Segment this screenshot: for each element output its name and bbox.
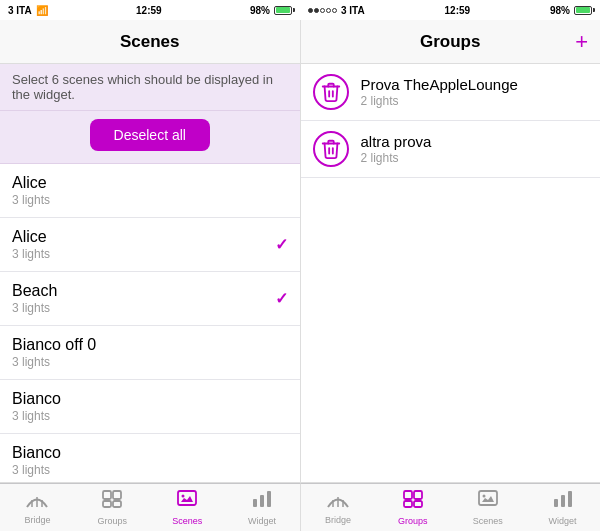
list-item[interactable]: Bianco off 0 3 lights (0, 326, 300, 380)
right-signal (308, 8, 337, 13)
left-battery-fill (276, 7, 290, 13)
scene-item-sub-3: 3 lights (12, 355, 96, 369)
right-tab-item-bridge[interactable]: Bridge (301, 484, 376, 531)
scene-item-name-1: Alice (12, 228, 50, 246)
group-item[interactable]: altra prova 2 lights (301, 121, 601, 178)
signal-dot-1 (308, 8, 313, 13)
scenes-icon (176, 489, 198, 509)
left-status-right: 98% (250, 5, 292, 16)
left-tab-bar: Bridge Groups Scenes Widget (0, 483, 301, 531)
signal-dot-5 (332, 8, 337, 13)
bridge-icon-r (327, 490, 349, 508)
list-item[interactable]: Bianco 3 lights (0, 380, 300, 434)
right-tab-label-3: Widget (549, 516, 577, 526)
svg-point-20 (482, 495, 485, 498)
left-tab-item-groups[interactable]: Groups (75, 484, 150, 531)
list-item[interactable]: Alice 3 lights (0, 164, 300, 218)
groups-icon (101, 489, 123, 509)
scene-item-name-4: Bianco (12, 390, 61, 408)
right-time: 12:59 (445, 5, 471, 16)
scenes-info-text: Select 6 scenes which should be displaye… (12, 72, 273, 102)
right-status-bar: 3 ITA 12:59 98% (300, 0, 600, 20)
left-carrier: 3 ITA (8, 5, 32, 16)
scenes-panel: Scenes Select 6 scenes which should be d… (0, 20, 301, 482)
scene-item-text-4: Bianco 3 lights (12, 390, 61, 423)
trash-icon-1 (320, 138, 342, 160)
left-tab-label-0: Bridge (24, 515, 50, 525)
right-battery-icon (574, 6, 592, 15)
left-battery-pct: 98% (250, 5, 270, 16)
right-carrier: 3 ITA (341, 5, 365, 16)
check-icon-2: ✓ (275, 289, 288, 308)
svg-rect-23 (568, 491, 572, 507)
left-tab-label-3: Widget (248, 516, 276, 526)
scene-item-sub-4: 3 lights (12, 409, 61, 423)
add-group-button[interactable]: + (575, 31, 588, 53)
status-bars: 3 ITA 📶 12:59 98% 3 ITA 12:59 98% (0, 0, 600, 20)
right-battery-fill (576, 7, 590, 13)
list-item[interactable]: Alice 3 lights ✓ (0, 218, 300, 272)
group-item-text-1: altra prova 2 lights (361, 133, 432, 165)
group-item-name-1: altra prova (361, 133, 432, 150)
scenes-list[interactable]: Alice 3 lights Alice 3 lights ✓ Beach 3 … (0, 164, 300, 482)
right-tab-label-0: Bridge (325, 515, 351, 525)
groups-title: Groups (420, 32, 480, 52)
trash-icon-0 (320, 81, 342, 103)
svg-rect-7 (178, 491, 196, 505)
right-tab-item-widget[interactable]: Widget (525, 484, 600, 531)
scene-item-text-1: Alice 3 lights (12, 228, 50, 261)
deselect-btn-row: Deselect all (0, 111, 300, 164)
main-panels: Scenes Select 6 scenes which should be d… (0, 20, 600, 482)
deselect-all-button[interactable]: Deselect all (90, 119, 210, 151)
svg-rect-6 (113, 501, 121, 507)
left-tab-item-widget[interactable]: Widget (225, 484, 300, 531)
svg-rect-3 (103, 491, 111, 499)
scenes-info-bar: Select 6 scenes which should be displaye… (0, 64, 300, 111)
svg-rect-21 (554, 499, 558, 507)
left-tab-item-scenes[interactable]: Scenes (150, 484, 225, 531)
group-item-sub-1: 2 lights (361, 151, 432, 165)
scene-item-text-2: Beach 3 lights (12, 282, 57, 315)
svg-rect-5 (103, 501, 111, 507)
groups-panel: Groups + Prova TheAppleLounge 2 lights (301, 20, 601, 482)
scenes-title: Scenes (120, 32, 180, 52)
svg-rect-11 (267, 491, 271, 507)
list-item[interactable]: Beach 3 lights ✓ (0, 272, 300, 326)
signal-dot-2 (314, 8, 319, 13)
groups-list[interactable]: Prova TheAppleLounge 2 lights altra prov… (301, 64, 601, 482)
right-tab-bar: Bridge Groups Scenes Widget (301, 483, 601, 531)
svg-rect-17 (404, 501, 412, 507)
widget-icon-r (552, 489, 574, 509)
scene-item-name-2: Beach (12, 282, 57, 300)
groups-icon-r (402, 489, 424, 509)
scene-item-sub-1: 3 lights (12, 247, 50, 261)
right-tab-item-groups[interactable]: Groups (375, 484, 450, 531)
right-tab-label-2: Scenes (473, 516, 503, 526)
scene-item-name-3: Bianco off 0 (12, 336, 96, 354)
scene-item-sub-5: 3 lights (12, 463, 61, 477)
right-tab-label-1: Groups (398, 516, 428, 526)
tab-bars-row: Bridge Groups Scenes Widget Bridge Group… (0, 482, 600, 531)
scene-item-sub-2: 3 lights (12, 301, 57, 315)
scenes-icon-r (477, 489, 499, 509)
left-tab-label-1: Groups (98, 516, 128, 526)
svg-rect-18 (414, 501, 422, 507)
svg-rect-19 (479, 491, 497, 505)
check-icon-1: ✓ (275, 235, 288, 254)
scene-item-name-5: Bianco (12, 444, 61, 462)
left-tab-item-bridge[interactable]: Bridge (0, 484, 75, 531)
widget-icon (251, 489, 273, 509)
left-battery-icon (274, 6, 292, 15)
list-item[interactable]: Bianco 3 lights (0, 434, 300, 482)
groups-nav-header: Groups + (301, 20, 601, 64)
bridge-icon (26, 490, 48, 508)
svg-rect-22 (561, 495, 565, 507)
svg-rect-16 (414, 491, 422, 499)
group-item-name-0: Prova TheAppleLounge (361, 76, 518, 93)
svg-point-8 (182, 495, 185, 498)
left-status-left: 3 ITA 📶 (8, 5, 48, 16)
right-tab-item-scenes[interactable]: Scenes (450, 484, 525, 531)
group-item[interactable]: Prova TheAppleLounge 2 lights (301, 64, 601, 121)
left-status-bar: 3 ITA 📶 12:59 98% (0, 0, 300, 20)
group-icon-circle-1 (313, 131, 349, 167)
